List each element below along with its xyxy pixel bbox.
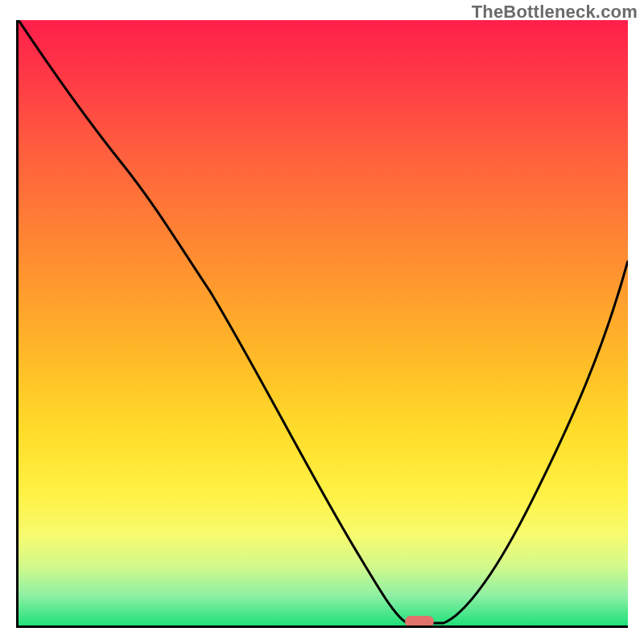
chart-canvas: TheBottleneck.com xyxy=(0,0,644,644)
watermark-text: TheBottleneck.com xyxy=(472,2,638,23)
bottleneck-curve xyxy=(19,20,628,623)
optimal-marker xyxy=(405,616,434,627)
plot-area xyxy=(16,20,628,628)
curve-svg xyxy=(19,20,628,625)
